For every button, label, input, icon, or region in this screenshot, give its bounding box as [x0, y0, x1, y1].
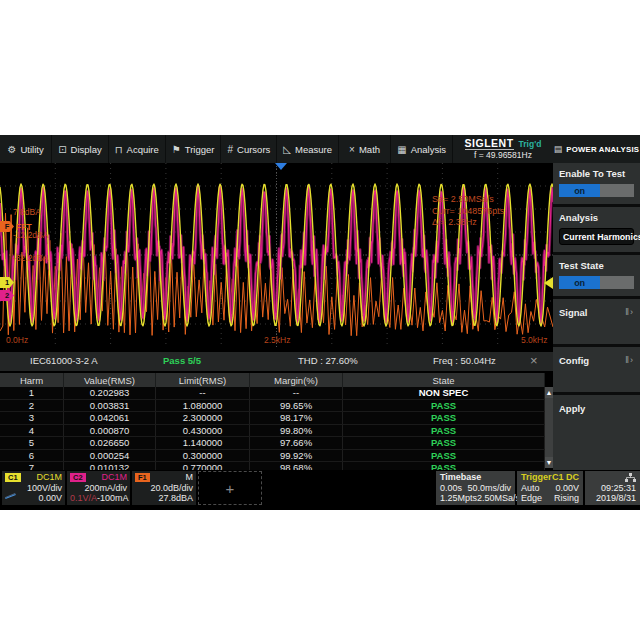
freq-axis-label-center: 2.5kHz: [264, 335, 290, 345]
c2-offset: -100mA: [97, 493, 129, 504]
c1-tag: C1: [5, 473, 21, 482]
channel2-descriptor-box[interactable]: C2 DC1M 200mA/div 0.1V/A -100mA: [67, 471, 130, 505]
menu-item-display[interactable]: ⊡Display: [52, 135, 109, 163]
menu-item-acquire[interactable]: ⊓Acquire: [109, 135, 166, 163]
cell-value: 0.202983: [64, 387, 156, 399]
acquire-icon: ⊓: [115, 144, 123, 155]
menu-item-label: Analysis: [411, 144, 446, 155]
trigger-box[interactable]: Trigger C1 DC Auto 0.00V Edge Rising: [517, 471, 583, 505]
f1-scale: 20.0dB/div: [150, 483, 193, 494]
menu-item-label: Acquire: [127, 144, 159, 155]
config-menu-item[interactable]: Config ‖›: [553, 347, 640, 395]
menu-item-measure[interactable]: ◺Measure: [277, 135, 339, 163]
menu-item-trigger[interactable]: ⚑Trigger: [166, 135, 222, 163]
menu-item-utility[interactable]: ⚙Utility: [0, 135, 52, 163]
apply-button[interactable]: Apply: [553, 395, 640, 440]
cell-harm: 4: [0, 425, 64, 437]
datetime-box[interactable]: 09:25:31 2019/8/31: [585, 471, 640, 505]
sidebar-title: POWER ANALYSIS: [566, 145, 639, 154]
table-header-row: Harm Value(RMS) Limit(RMS) Margin(%) Sta…: [0, 373, 545, 387]
add-channel-box[interactable]: +: [198, 471, 262, 505]
cell-harm: 5: [0, 437, 64, 449]
math-icon: ×: [349, 144, 355, 155]
menu-item-analysis[interactable]: ▦Analysis: [391, 135, 453, 163]
c2-probe-ratio: 0.1V/A: [70, 493, 97, 504]
plus-icon: +: [226, 480, 235, 497]
cell-value: 0.000870: [64, 425, 156, 437]
table-scrollbar[interactable]: ▲ ▼: [545, 387, 553, 468]
cell-margin: 97.66%: [250, 437, 343, 449]
toggle-off-part: [600, 184, 634, 197]
menu-item-label: Trigger: [185, 144, 215, 155]
thd-readout: THD : 27.60%: [298, 355, 358, 366]
test-state-toggle[interactable]: on: [559, 276, 634, 289]
cell-value: 0.042061: [64, 412, 156, 424]
record-length-readout: Curr= 1048576pts: [432, 206, 504, 218]
cell-limit: 2.300000: [156, 412, 250, 424]
f1-mode: M: [186, 472, 194, 483]
analysis-label: Analysis: [559, 212, 634, 223]
scroll-up-icon[interactable]: ▲: [545, 387, 553, 398]
cell-margin: 98.17%: [250, 412, 343, 424]
waveform-svg: [0, 163, 553, 347]
date-readout: 2019/8/31: [596, 493, 636, 504]
col-header-margin: Margin(%): [250, 373, 343, 387]
acquisition-overlay: Sa= 2.50MSa/s Curr= 1048576pts Δf= 2.38H…: [432, 194, 504, 229]
sidebar-header: ▤ POWER ANALYSIS: [553, 135, 640, 163]
measure-icon: ◺: [283, 144, 291, 155]
c1-offset: 0.00V: [38, 493, 62, 504]
cell-limit: 0.430000: [156, 425, 250, 437]
standard-label: IEC61000-3-2 A: [30, 355, 98, 366]
close-icon[interactable]: ×: [530, 353, 538, 368]
trigger-position-marker[interactable]: [275, 163, 287, 170]
cell-state: NON SPEC: [343, 387, 545, 399]
c1-scale: 100V/div: [27, 483, 62, 494]
scroll-down-icon[interactable]: ▼: [545, 457, 553, 468]
menu-item-math[interactable]: ×Math: [339, 135, 391, 163]
submenu-arrow-icon: ‖›: [625, 307, 634, 317]
timebase-delay: 0.00s: [440, 483, 462, 494]
display-icon: ⊡: [58, 144, 66, 155]
submenu-arrow-icon: ‖›: [625, 355, 634, 365]
timebase-rate: 2.50MSa/s: [477, 493, 520, 504]
cell-harm: 6: [0, 450, 64, 462]
delta-f-readout: Δf= 2.38Hz: [432, 217, 504, 229]
signal-menu-item[interactable]: Signal ‖›: [553, 299, 640, 347]
enable-to-test-toggle[interactable]: on: [559, 184, 634, 197]
fft-ref-label-3: -32.2dBA: [13, 253, 48, 263]
flag-icon: ⚑: [172, 144, 181, 155]
signal-label: Signal: [559, 307, 588, 318]
config-label: Config: [559, 355, 589, 366]
analysis-dropdown[interactable]: Current Harmonics ∨: [559, 228, 634, 245]
cell-state: PASS: [343, 412, 545, 424]
power-analysis-sidebar: ▤ POWER ANALYSIS Enable To Test on Analy…: [553, 135, 640, 470]
trigger-status-badge: Trig'd: [519, 140, 542, 149]
test-state-label: Test State: [559, 260, 634, 271]
sidebar-filler: [553, 440, 640, 470]
enable-to-test-label: Enable To Test: [559, 168, 634, 179]
siglent-logo: SIGLENT: [465, 138, 514, 151]
sample-rate-readout: Sa= 2.50MSa/s: [432, 194, 504, 206]
timebase-box[interactable]: Timebase 0.00s 50.0ms/div 1.25Mpts 2.50M…: [436, 471, 515, 505]
cell-margin: 99.65%: [250, 400, 343, 412]
trigger-type: Edge: [521, 493, 542, 504]
col-header-value: Value(RMS): [64, 373, 156, 387]
cell-state: PASS: [343, 437, 545, 449]
fft-marker-glyph: F: [5, 222, 10, 231]
trigger-title: Trigger: [521, 472, 552, 483]
timebase-scale: 50.0ms/div: [467, 483, 511, 494]
f1-descriptor-box[interactable]: F1 M 20.0dB/div 27.8dBA: [132, 471, 196, 505]
trigger-mode: Auto: [521, 483, 540, 494]
menu-item-cursors[interactable]: #Cursors: [221, 135, 277, 163]
toggle-on-label: on: [559, 184, 600, 197]
document-icon: ▤: [554, 144, 563, 154]
cell-margin: 99.80%: [250, 425, 343, 437]
menu-item-label: Display: [71, 144, 102, 155]
cell-harm: 2: [0, 400, 64, 412]
menu-item-label: Utility: [20, 144, 43, 155]
harmonics-table: Harm Value(RMS) Limit(RMS) Margin(%) Sta…: [0, 373, 545, 468]
network-icon: [625, 473, 636, 482]
clock-readout: 09:25:31: [601, 483, 636, 494]
channel1-descriptor-box[interactable]: C1 DC1M 100V/div 0.00V: [2, 471, 65, 505]
analysis-icon: ▦: [397, 144, 406, 155]
